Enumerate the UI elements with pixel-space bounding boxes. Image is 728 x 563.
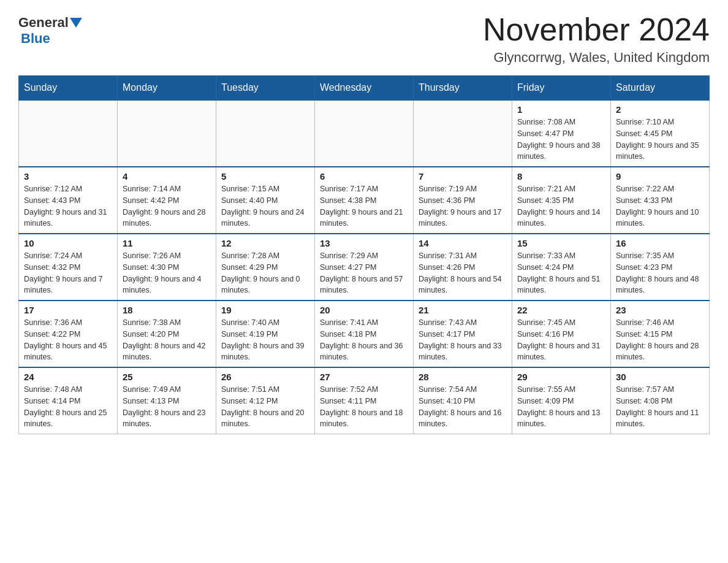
day-info: Sunrise: 7:45 AMSunset: 4:16 PMDaylight:… [517, 317, 605, 363]
day-info-line: Daylight: 8 hours and 51 minutes. [517, 275, 601, 295]
day-info-line: Sunset: 4:23 PM [616, 263, 672, 272]
calendar-cell [414, 100, 512, 167]
calendar-cell [315, 100, 414, 167]
day-info-line: Daylight: 8 hours and 28 minutes. [616, 342, 699, 362]
day-info-line: Sunrise: 7:51 AM [221, 385, 279, 394]
day-info-line: Sunset: 4:20 PM [123, 330, 179, 339]
day-info-line: Sunset: 4:40 PM [221, 196, 278, 205]
day-info: Sunrise: 7:17 AMSunset: 4:38 PMDaylight:… [320, 183, 408, 229]
calendar-week-row: 10Sunrise: 7:24 AMSunset: 4:32 PMDayligh… [19, 234, 710, 301]
day-info-line: Sunset: 4:42 PM [123, 196, 179, 205]
day-info-line: Sunset: 4:24 PM [517, 263, 574, 272]
logo: General Blue [18, 12, 83, 47]
day-info-line: Sunset: 4:38 PM [320, 196, 376, 205]
day-info: Sunrise: 7:43 AMSunset: 4:17 PMDaylight:… [419, 317, 507, 363]
day-info-line: Daylight: 8 hours and 23 minutes. [123, 408, 206, 429]
calendar-cell: 8Sunrise: 7:21 AMSunset: 4:35 PMDaylight… [512, 167, 611, 234]
day-info: Sunrise: 7:54 AMSunset: 4:10 PMDaylight:… [419, 384, 507, 430]
day-info-line: Sunrise: 7:24 AM [24, 251, 82, 260]
day-info-line: Daylight: 9 hours and 10 minutes. [616, 208, 699, 228]
day-number: 26 [221, 372, 309, 382]
calendar-cell: 5Sunrise: 7:15 AMSunset: 4:40 PMDaylight… [216, 167, 315, 234]
day-info-line: Sunset: 4:45 PM [616, 129, 672, 138]
day-info: Sunrise: 7:36 AMSunset: 4:22 PMDaylight:… [24, 317, 112, 363]
day-info-line: Sunset: 4:13 PM [123, 397, 179, 405]
day-info-line: Sunrise: 7:31 AM [419, 251, 477, 260]
weekday-header-friday: Friday [512, 76, 611, 101]
day-info: Sunrise: 7:14 AMSunset: 4:42 PMDaylight:… [123, 183, 211, 229]
calendar-cell [118, 100, 216, 167]
calendar-table: SundayMondayTuesdayWednesdayThursdayFrid… [18, 75, 710, 434]
day-number: 18 [123, 305, 211, 315]
day-info-line: Daylight: 9 hours and 0 minutes. [221, 275, 300, 295]
day-info-line: Sunrise: 7:15 AM [221, 185, 279, 193]
day-number: 23 [616, 305, 704, 315]
day-info: Sunrise: 7:57 AMSunset: 4:08 PMDaylight:… [616, 384, 704, 430]
day-info-line: Sunset: 4:19 PM [221, 330, 278, 339]
day-info: Sunrise: 7:15 AMSunset: 4:40 PMDaylight:… [221, 183, 309, 229]
day-info-line: Sunrise: 7:40 AM [221, 318, 279, 327]
day-info-line: Daylight: 8 hours and 16 minutes. [419, 408, 502, 429]
calendar-cell [19, 100, 118, 167]
day-info-line: Daylight: 8 hours and 54 minutes. [419, 275, 502, 295]
calendar-cell: 9Sunrise: 7:22 AMSunset: 4:33 PMDaylight… [611, 167, 710, 234]
day-number: 29 [517, 372, 605, 382]
day-number: 8 [517, 171, 605, 182]
day-info: Sunrise: 7:24 AMSunset: 4:32 PMDaylight:… [24, 250, 112, 296]
calendar-cell: 4Sunrise: 7:14 AMSunset: 4:42 PMDaylight… [118, 167, 216, 234]
day-info-line: Sunrise: 7:43 AM [419, 318, 477, 327]
day-info-line: Daylight: 9 hours and 17 minutes. [419, 208, 502, 228]
calendar-cell: 21Sunrise: 7:43 AMSunset: 4:17 PMDayligh… [414, 301, 512, 367]
calendar-body: 1Sunrise: 7:08 AMSunset: 4:47 PMDaylight… [19, 100, 710, 434]
day-info-line: Sunrise: 7:45 AM [517, 318, 575, 327]
day-info-line: Sunset: 4:12 PM [221, 397, 278, 405]
day-info-line: Daylight: 8 hours and 57 minutes. [320, 275, 403, 295]
day-info-line: Sunrise: 7:21 AM [517, 185, 575, 193]
day-info-line: Sunrise: 7:12 AM [24, 185, 82, 193]
logo-triangle-icon [70, 18, 82, 28]
weekday-header-monday: Monday [118, 76, 216, 101]
location-subtitle: Glyncorrwg, Wales, United Kingdom [483, 50, 710, 66]
day-info-line: Sunrise: 7:52 AM [320, 385, 378, 394]
day-info-line: Daylight: 8 hours and 48 minutes. [616, 275, 699, 295]
day-info-line: Daylight: 9 hours and 35 minutes. [616, 141, 699, 161]
calendar-cell: 14Sunrise: 7:31 AMSunset: 4:26 PMDayligh… [414, 234, 512, 301]
day-info: Sunrise: 7:28 AMSunset: 4:29 PMDaylight:… [221, 250, 309, 296]
calendar-cell: 11Sunrise: 7:26 AMSunset: 4:30 PMDayligh… [118, 234, 216, 301]
calendar-cell: 25Sunrise: 7:49 AMSunset: 4:13 PMDayligh… [118, 367, 216, 434]
day-info-line: Sunset: 4:36 PM [419, 196, 475, 205]
day-number: 3 [24, 171, 112, 182]
day-info-line: Sunrise: 7:36 AM [24, 318, 82, 327]
day-info-line: Sunset: 4:11 PM [320, 397, 376, 405]
weekday-header-row: SundayMondayTuesdayWednesdayThursdayFrid… [19, 76, 710, 101]
day-info: Sunrise: 7:49 AMSunset: 4:13 PMDaylight:… [123, 384, 211, 430]
day-info-line: Daylight: 8 hours and 25 minutes. [24, 408, 107, 429]
day-info: Sunrise: 7:46 AMSunset: 4:15 PMDaylight:… [616, 317, 704, 363]
calendar-cell: 12Sunrise: 7:28 AMSunset: 4:29 PMDayligh… [216, 234, 315, 301]
calendar-cell: 22Sunrise: 7:45 AMSunset: 4:16 PMDayligh… [512, 301, 611, 367]
calendar-cell: 7Sunrise: 7:19 AMSunset: 4:36 PMDaylight… [414, 167, 512, 234]
calendar-cell: 26Sunrise: 7:51 AMSunset: 4:12 PMDayligh… [216, 367, 315, 434]
day-number: 19 [221, 305, 309, 315]
calendar-cell: 20Sunrise: 7:41 AMSunset: 4:18 PMDayligh… [315, 301, 414, 367]
day-info-line: Sunrise: 7:33 AM [517, 251, 575, 260]
day-info: Sunrise: 7:38 AMSunset: 4:20 PMDaylight:… [123, 317, 211, 363]
calendar-cell: 28Sunrise: 7:54 AMSunset: 4:10 PMDayligh… [414, 367, 512, 434]
weekday-header-thursday: Thursday [414, 76, 512, 101]
day-info-line: Sunset: 4:17 PM [419, 330, 475, 339]
day-info: Sunrise: 7:31 AMSunset: 4:26 PMDaylight:… [419, 250, 507, 296]
calendar-week-row: 17Sunrise: 7:36 AMSunset: 4:22 PMDayligh… [19, 301, 710, 367]
calendar-cell: 18Sunrise: 7:38 AMSunset: 4:20 PMDayligh… [118, 301, 216, 367]
day-number: 12 [221, 238, 309, 248]
day-number: 6 [320, 171, 408, 182]
weekday-header-saturday: Saturday [611, 76, 710, 101]
day-number: 20 [320, 305, 408, 315]
weekday-header-wednesday: Wednesday [315, 76, 414, 101]
day-info-line: Daylight: 9 hours and 7 minutes. [24, 275, 103, 295]
day-info-line: Sunset: 4:43 PM [24, 196, 80, 205]
day-info: Sunrise: 7:26 AMSunset: 4:30 PMDaylight:… [123, 250, 211, 296]
day-info-line: Sunrise: 7:26 AM [123, 251, 181, 260]
day-info-line: Sunset: 4:22 PM [24, 330, 80, 339]
calendar-cell: 6Sunrise: 7:17 AMSunset: 4:38 PMDaylight… [315, 167, 414, 234]
day-info: Sunrise: 7:10 AMSunset: 4:45 PMDaylight:… [616, 117, 704, 163]
